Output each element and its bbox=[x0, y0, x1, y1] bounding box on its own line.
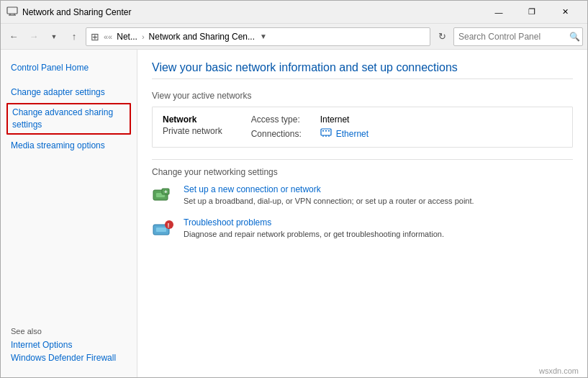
sidebar-internet-options[interactable]: Internet Options bbox=[11, 338, 127, 351]
up-button[interactable]: ↑ bbox=[65, 28, 83, 45]
address-dropdown-icon[interactable]: ▼ bbox=[258, 32, 269, 40]
sidebar: Control Panel Home Change adapter settin… bbox=[1, 50, 137, 378]
new-connection-icon: + bbox=[152, 184, 175, 207]
active-networks-label: View your active networks bbox=[152, 91, 573, 101]
path-grid-icon: ⊞ bbox=[91, 31, 99, 42]
search-input[interactable] bbox=[458, 32, 566, 42]
troubleshoot-text: Troubleshoot problems Diagnose and repai… bbox=[184, 217, 573, 240]
window-title: Network and Sharing Center bbox=[22, 7, 131, 17]
svg-text:+: + bbox=[164, 189, 168, 195]
svg-rect-8 bbox=[322, 130, 324, 132]
breadcrumb-item-2[interactable]: Network and Sharing Cen... bbox=[149, 32, 255, 42]
sidebar-item-change-adapter[interactable]: Change adapter settings bbox=[1, 83, 137, 102]
change-settings-label: Change your networking settings bbox=[152, 159, 573, 177]
address-path-box[interactable]: ⊞ «« Net... › Network and Sharing Cen...… bbox=[86, 27, 430, 46]
window-controls: — ❐ ✕ bbox=[482, 1, 582, 24]
network-box: Network Private network Access type: Int… bbox=[152, 107, 573, 148]
settings-items: + Set up a new connection or network Set… bbox=[152, 184, 573, 240]
access-type-value: Internet bbox=[320, 114, 350, 125]
sidebar-item-media-streaming[interactable]: Media streaming options bbox=[1, 136, 137, 155]
sidebar-item-control-panel-home[interactable]: Control Panel Home bbox=[1, 58, 137, 77]
sidebar-firewall[interactable]: Windows Defender Firewall bbox=[11, 351, 127, 364]
address-bar: ← → ▼ ↑ ⊞ «« Net... › Network and Sharin… bbox=[1, 24, 587, 50]
network-type: Private network bbox=[163, 126, 222, 136]
sidebar-item-change-advanced[interactable]: Change advanced sharing settings bbox=[6, 103, 131, 135]
title-bar: Network and Sharing Center — ❐ ✕ bbox=[1, 1, 587, 24]
new-connection-link[interactable]: Set up a new connection or network bbox=[184, 184, 573, 194]
new-connection-text: Set up a new connection or network Set u… bbox=[184, 184, 573, 207]
minimize-button[interactable]: — bbox=[482, 1, 515, 24]
troubleshoot-link[interactable]: Troubleshoot problems bbox=[184, 217, 573, 228]
recent-button[interactable]: ▼ bbox=[45, 28, 63, 45]
network-name-section: Network Private network bbox=[163, 114, 222, 136]
breadcrumb-arrow: › bbox=[142, 32, 145, 41]
settings-item-troubleshoot: ! Troubleshoot problems Diagnose and rep… bbox=[152, 217, 573, 240]
svg-text:!: ! bbox=[168, 222, 170, 229]
access-type-label: Access type: bbox=[251, 114, 316, 125]
breadcrumb-item-1[interactable]: Net... bbox=[117, 32, 137, 42]
sidebar-see-also-section: See also Internet Options Windows Defend… bbox=[1, 321, 137, 370]
forward-button[interactable]: → bbox=[25, 28, 42, 45]
ethernet-link[interactable]: Ethernet bbox=[336, 129, 368, 139]
page-title: View your basic network information and … bbox=[152, 61, 573, 79]
svg-rect-4 bbox=[321, 129, 331, 135]
connections-row: Connections: Ethernet bbox=[251, 127, 368, 140]
network-info: Access type: Internet Connections: bbox=[251, 114, 368, 140]
back-button[interactable]: ← bbox=[5, 28, 22, 45]
troubleshoot-icon: ! bbox=[152, 217, 175, 240]
network-name: Network bbox=[163, 114, 222, 125]
svg-rect-16 bbox=[156, 228, 166, 232]
watermark: wsxdn.com bbox=[536, 366, 582, 376]
refresh-button[interactable]: ↻ bbox=[433, 28, 451, 45]
search-icon: 🔍 bbox=[569, 32, 580, 42]
breadcrumb-separator1: «« bbox=[104, 32, 112, 41]
content-area: View your basic network information and … bbox=[137, 50, 587, 378]
settings-item-new-connection: + Set up a new connection or network Set… bbox=[152, 184, 573, 207]
connections-label: Connections: bbox=[251, 129, 316, 139]
main-layout: Control Panel Home Change adapter settin… bbox=[1, 50, 587, 378]
troubleshoot-desc: Diagnose and repair network problems, or… bbox=[184, 230, 444, 238]
svg-rect-10 bbox=[328, 130, 330, 132]
close-button[interactable]: ✕ bbox=[548, 1, 582, 24]
maximize-button[interactable]: ❐ bbox=[515, 1, 548, 24]
new-connection-desc: Set up a broadband, dial-up, or VPN conn… bbox=[184, 197, 474, 205]
ethernet-icon bbox=[320, 127, 332, 140]
app-icon bbox=[6, 5, 18, 19]
svg-rect-9 bbox=[325, 130, 327, 132]
access-type-row: Access type: Internet bbox=[251, 114, 368, 125]
svg-rect-0 bbox=[7, 7, 17, 14]
search-box[interactable]: 🔍 bbox=[453, 27, 583, 46]
see-also-label: See also bbox=[11, 327, 127, 336]
